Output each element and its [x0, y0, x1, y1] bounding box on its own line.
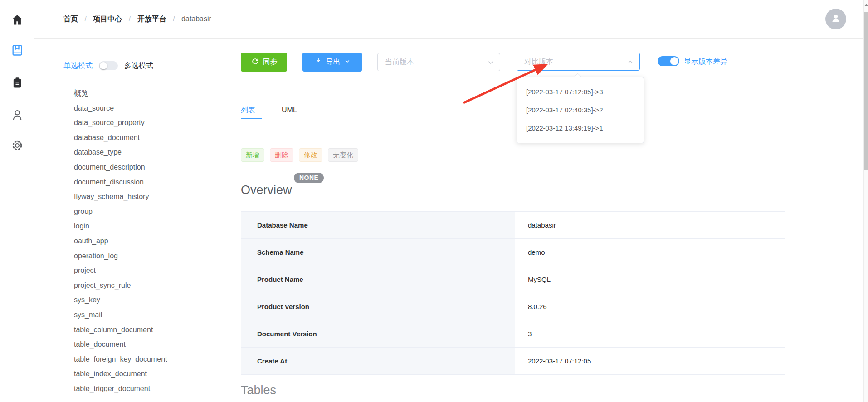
- table-nav-item[interactable]: table_foreign_key_document: [74, 352, 226, 367]
- version-option[interactable]: [2022-03-17 02:40:35]->2: [517, 101, 644, 119]
- panel-divider: [230, 63, 230, 402]
- export-button-label: 导出: [326, 58, 341, 67]
- tab-uml[interactable]: UML: [282, 102, 297, 118]
- databasir-project-page: 首页 / 项目中心 / 开放平台 / databasir 单选模式 多选模式 概…: [0, 0, 868, 402]
- breadcrumb-item-projects[interactable]: 项目中心: [93, 15, 122, 23]
- table-nav-item[interactable]: flyway_schema_history: [74, 189, 226, 204]
- breadcrumb-item-current: databasir: [181, 15, 211, 23]
- table-nav-item[interactable]: oauth_app: [74, 234, 226, 249]
- toggle-knob: [670, 57, 678, 65]
- refresh-icon: [251, 57, 259, 68]
- table-nav-list: 概览 data_source data_source_property data…: [74, 86, 226, 402]
- rail-settings-button[interactable]: [11, 139, 24, 152]
- scrollbar-thumb[interactable]: [864, 12, 868, 170]
- legend-modified-badge: 修改: [299, 148, 322, 162]
- row-value: demo: [515, 239, 785, 266]
- selection-mode-row: 单选模式 多选模式: [63, 60, 153, 71]
- row-label: Product Name: [241, 266, 515, 293]
- breadcrumb: 首页 / 项目中心 / 开放平台 / databasir: [63, 15, 211, 24]
- row-value: 8.0.26: [515, 293, 785, 320]
- rail-tasks-button[interactable]: [11, 77, 24, 89]
- row-value: 2022-03-17 07:12:05: [515, 348, 785, 374]
- gear-icon: [11, 145, 24, 153]
- chevron-down-icon: [344, 58, 351, 66]
- compare-version-select[interactable]: 对比版本: [517, 53, 640, 71]
- table-nav-item-overview[interactable]: 概览: [74, 86, 226, 101]
- active-tab-indicator: [241, 118, 262, 119]
- page-scrollbar[interactable]: [863, 0, 868, 402]
- version-option[interactable]: [2022-03-17 07:12:05]->3: [517, 83, 644, 101]
- table-nav-item[interactable]: database_document: [74, 131, 226, 145]
- table-nav-item[interactable]: table_column_document: [74, 323, 226, 338]
- legend-added-badge: 新增: [241, 148, 264, 162]
- table-nav-item[interactable]: data_source: [74, 101, 226, 116]
- sync-button-label: 同步: [263, 58, 278, 67]
- rail-users-button[interactable]: [11, 109, 24, 121]
- table-nav-item[interactable]: user: [74, 396, 226, 402]
- row-label: Create At: [241, 348, 515, 374]
- table-nav-item[interactable]: group: [74, 204, 226, 219]
- table-nav-item[interactable]: document_description: [74, 160, 226, 175]
- overview-title: Overview: [241, 183, 292, 197]
- row-label: Schema Name: [241, 239, 515, 266]
- scroll-up-arrow-icon[interactable]: [864, 4, 868, 6]
- nav-rail: [0, 0, 34, 402]
- table-nav-item[interactable]: sys_mail: [74, 308, 226, 323]
- diff-legend: 新增 删除 修改 无变化: [241, 148, 358, 162]
- breadcrumb-item-home[interactable]: 首页: [63, 15, 78, 23]
- table-row: Database Name databasir: [241, 212, 785, 239]
- breadcrumb-separator: /: [84, 15, 86, 23]
- row-label: Database Name: [241, 212, 515, 238]
- switch-knob: [100, 62, 107, 69]
- selection-mode-switch[interactable]: [99, 61, 118, 70]
- view-tabs: 列表 UML: [241, 102, 785, 119]
- home-icon: [11, 20, 24, 28]
- overview-table: Database Name databasir Schema Name demo…: [241, 211, 785, 375]
- book-icon: [11, 50, 24, 58]
- table-nav-item[interactable]: sys_key: [74, 293, 226, 308]
- table-nav-item[interactable]: document_discussion: [74, 175, 226, 190]
- compare-version-placeholder: 对比版本: [524, 53, 553, 70]
- row-value: 3: [515, 320, 785, 347]
- table-row: Document Version 3: [241, 320, 785, 348]
- table-row: Create At 2022-03-17 07:12:05: [241, 348, 785, 375]
- table-row: Schema Name demo: [241, 239, 785, 266]
- user-avatar[interactable]: [825, 9, 846, 29]
- rail-docs-button[interactable]: [11, 44, 24, 57]
- current-version-placeholder: 当前版本: [385, 53, 414, 71]
- clipboard-icon: [11, 83, 24, 91]
- table-row: Product Name MySQL: [241, 266, 785, 293]
- user-icon: [11, 115, 24, 123]
- row-label: Product Version: [241, 293, 515, 320]
- table-nav-item[interactable]: table_document: [74, 337, 226, 352]
- tab-list[interactable]: 列表: [241, 102, 255, 118]
- export-button[interactable]: 导出: [302, 53, 362, 72]
- breadcrumb-item-group[interactable]: 开放平台: [137, 15, 166, 23]
- table-nav-item[interactable]: data_source_property: [74, 116, 226, 131]
- table-nav-item[interactable]: project: [74, 263, 226, 278]
- tables-section-title: Tables: [241, 383, 276, 397]
- table-nav-item[interactable]: database_type: [74, 145, 226, 160]
- show-diff-toggle[interactable]: [658, 56, 679, 66]
- table-nav-item[interactable]: operation_log: [74, 249, 226, 264]
- rail-home-button[interactable]: [11, 14, 24, 26]
- dropdown-caret: [574, 73, 582, 81]
- chevron-up-icon: [627, 58, 634, 68]
- breadcrumb-separator: /: [129, 15, 131, 23]
- table-nav-item[interactable]: project_sync_rule: [74, 278, 226, 293]
- compare-version-dropdown: [2022-03-17 07:12:05]->3 [2022-03-17 02:…: [517, 77, 644, 143]
- legend-unchanged-badge: 无变化: [328, 148, 358, 162]
- version-option[interactable]: [2022-03-12 13:49:19]->1: [517, 119, 644, 137]
- single-mode-label: 单选模式: [63, 61, 93, 71]
- table-nav-item[interactable]: table_index_document: [74, 367, 226, 382]
- multi-mode-label: 多选模式: [124, 61, 153, 71]
- table-nav-item[interactable]: login: [74, 219, 226, 234]
- current-version-select[interactable]: 当前版本: [377, 53, 500, 71]
- avatar-user-icon: [829, 12, 842, 26]
- show-diff-label: 显示版本差异: [684, 57, 727, 67]
- sync-button[interactable]: 同步: [241, 53, 287, 72]
- breadcrumb-separator: /: [173, 15, 175, 23]
- chevron-down-icon: [487, 59, 494, 68]
- row-value: databasir: [515, 212, 785, 238]
- table-nav-item[interactable]: table_trigger_document: [74, 382, 226, 397]
